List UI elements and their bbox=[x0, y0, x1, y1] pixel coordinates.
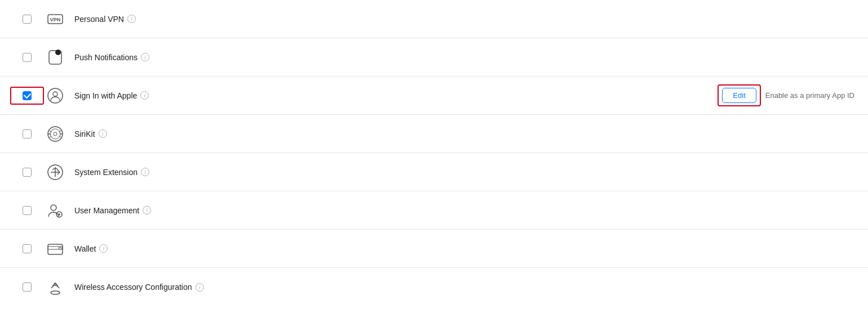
svg-point-13 bbox=[54, 132, 57, 136]
checkbox-sign-in-with-apple[interactable] bbox=[23, 91, 32, 100]
icon-push-notifications bbox=[41, 48, 70, 66]
edit-button-sign-in-with-apple[interactable]: Edit bbox=[722, 88, 756, 103]
capability-name-push-notifications: Push Notificationsi bbox=[74, 53, 854, 62]
checkbox-wrapper-push-notifications bbox=[14, 53, 41, 62]
checkbox-wrapper-sirikit bbox=[14, 129, 41, 138]
capability-label-wallet: Wallet bbox=[74, 244, 96, 253]
capability-list: VPN Personal VPNi Push Notificationsi Si… bbox=[0, 0, 868, 306]
capability-label-sign-in-with-apple: Sign In with Apple bbox=[74, 91, 137, 100]
svg-point-4 bbox=[48, 88, 63, 103]
icon-personal-vpn: VPN bbox=[41, 10, 70, 28]
capability-label-sirikit: SiriKit bbox=[74, 129, 95, 138]
icon-wireless-accessory bbox=[41, 278, 70, 296]
capability-name-wallet: Walleti bbox=[74, 244, 854, 253]
capability-row-sign-in-with-apple: Sign In with AppleiEditEnable as a prima… bbox=[0, 77, 868, 115]
info-icon-system-extension[interactable]: i bbox=[141, 168, 149, 176]
capability-row-system-extension: System Extensioni bbox=[0, 153, 868, 191]
svg-point-6 bbox=[50, 129, 60, 139]
info-icon-wireless-accessory[interactable]: i bbox=[196, 283, 204, 292]
capability-label-user-management: User Management bbox=[74, 206, 139, 215]
info-icon-push-notifications[interactable]: i bbox=[141, 53, 149, 61]
checkbox-user-management[interactable] bbox=[23, 206, 32, 215]
svg-point-3 bbox=[55, 50, 61, 55]
capability-name-sirikit: SiriKiti bbox=[74, 129, 854, 138]
icon-wallet bbox=[41, 240, 70, 258]
icon-user-management bbox=[41, 201, 70, 220]
capability-name-user-management: User Managementi bbox=[74, 206, 854, 215]
capability-row-wireless-accessory: Wireless Accessory Configurationi bbox=[0, 268, 868, 306]
capability-label-wireless-accessory: Wireless Accessory Configuration bbox=[74, 283, 192, 292]
info-icon-sirikit[interactable]: i bbox=[99, 129, 107, 138]
capability-row-personal-vpn: VPN Personal VPNi bbox=[0, 0, 868, 38]
capability-label-system-extension: System Extension bbox=[74, 168, 138, 177]
capability-label-personal-vpn: Personal VPN bbox=[74, 15, 124, 24]
checkbox-wallet[interactable] bbox=[23, 244, 32, 253]
enable-text-sign-in-with-apple: Enable as a primary App ID bbox=[765, 91, 854, 100]
icon-sirikit bbox=[41, 125, 70, 143]
checkbox-wrapper-wireless-accessory bbox=[14, 283, 41, 292]
icon-system-extension bbox=[41, 163, 70, 181]
info-icon-personal-vpn[interactable]: i bbox=[127, 15, 136, 23]
capability-row-sirikit: SiriKiti bbox=[0, 115, 868, 153]
capability-label-push-notifications: Push Notifications bbox=[74, 53, 138, 62]
edit-button-wrapper-sign-in-with-apple: Edit bbox=[722, 88, 756, 103]
checkbox-wrapper-user-management bbox=[14, 206, 41, 215]
checkbox-personal-vpn[interactable] bbox=[23, 15, 32, 24]
capability-name-system-extension: System Extensioni bbox=[74, 168, 854, 177]
checkbox-system-extension[interactable] bbox=[23, 168, 32, 177]
capability-actions-sign-in-with-apple: EditEnable as a primary App ID bbox=[722, 88, 854, 103]
checkbox-wrapper-sign-in-with-apple bbox=[14, 91, 41, 100]
svg-rect-21 bbox=[59, 247, 61, 249]
svg-point-22 bbox=[51, 291, 60, 294]
info-icon-sign-in-with-apple[interactable]: i bbox=[140, 91, 149, 100]
icon-sign-in-with-apple bbox=[41, 87, 70, 105]
capability-name-personal-vpn: Personal VPNi bbox=[74, 15, 854, 24]
checkbox-push-notifications[interactable] bbox=[23, 53, 32, 62]
capability-name-wireless-accessory: Wireless Accessory Configurationi bbox=[74, 283, 854, 292]
capability-row-user-management: User Managementi bbox=[0, 191, 868, 230]
checkbox-wrapper-personal-vpn bbox=[14, 15, 41, 24]
checkbox-wrapper-system-extension bbox=[14, 168, 41, 177]
svg-text:VPN: VPN bbox=[50, 17, 61, 23]
checkbox-sirikit[interactable] bbox=[23, 129, 32, 138]
svg-point-15 bbox=[51, 205, 56, 210]
checkbox-wireless-accessory[interactable] bbox=[23, 283, 32, 292]
capability-row-wallet: Walleti bbox=[0, 230, 868, 268]
capability-row-push-notifications: Push Notificationsi bbox=[0, 38, 868, 77]
info-icon-user-management[interactable]: i bbox=[143, 206, 151, 214]
capability-name-sign-in-with-apple: Sign In with Applei bbox=[74, 91, 722, 100]
checkbox-wrapper-wallet bbox=[14, 244, 41, 253]
info-icon-wallet[interactable]: i bbox=[99, 244, 108, 253]
